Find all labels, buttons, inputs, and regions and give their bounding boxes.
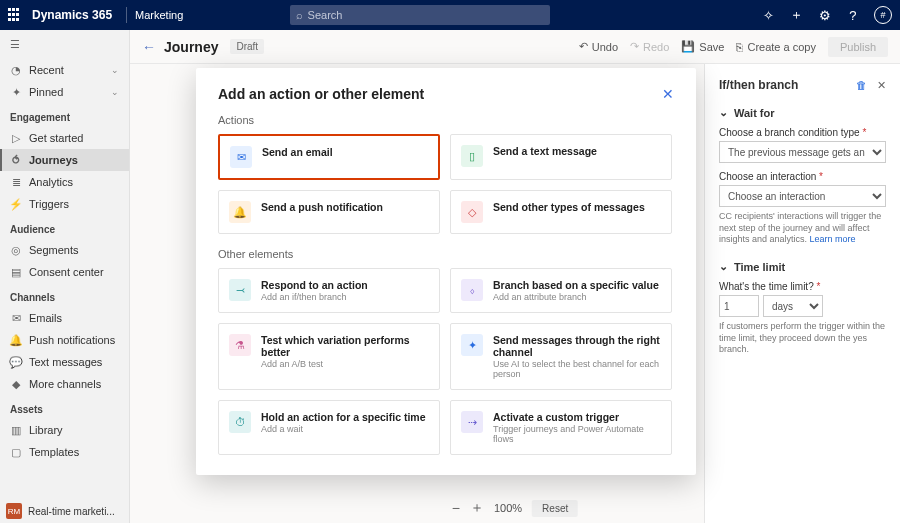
select-condition[interactable]: The previous message gets an interacti… [719,141,886,163]
back-button[interactable]: ← [142,39,156,55]
copy-button[interactable]: ⎘Create a copy [736,41,815,53]
plus-icon[interactable]: ＋ [790,8,804,22]
topbar-divider [126,7,127,23]
input-time-value[interactable] [719,295,759,317]
chevron-down-icon: ⌄ [719,106,728,119]
nav-label: More channels [29,378,101,390]
app-launcher-icon[interactable] [8,8,22,22]
nav-label: Library [29,424,63,436]
select-interaction[interactable]: Choose an interaction [719,185,886,207]
nav-pinned-label: Pinned [29,86,63,98]
gear-icon[interactable]: ⚙ [818,8,832,22]
learn-more-link[interactable]: Learn more [810,234,856,244]
card-subtitle: Add a wait [261,424,426,434]
product-name: Dynamics 365 [32,8,112,22]
nav-segments[interactable]: ◎Segments [0,239,129,261]
card-subtitle: Add an attribute branch [493,292,659,302]
phone-icon: ▯ [461,145,483,167]
element-branch-value[interactable]: ⬨ Branch based on a specific valueAdd an… [450,268,672,313]
label-condition: Choose a branch condition type * [719,127,886,138]
element-ab-test[interactable]: ⚗ Test which variation performs betterAd… [218,323,440,390]
action-send-text[interactable]: ▯ Send a text message [450,134,672,180]
card-title: Activate a custom trigger [493,411,661,423]
nav-label: Templates [29,446,79,458]
card-title: Send a text message [493,145,597,157]
undo-button[interactable]: ↶Undo [579,40,618,53]
hamburger-icon[interactable]: ☰ [0,30,129,59]
element-wait[interactable]: ⏱ Hold an action for a specific timeAdd … [218,400,440,455]
user-avatar[interactable]: # [874,6,892,24]
nav-templates[interactable]: ▢Templates [0,441,129,463]
nav-library[interactable]: ▥Library [0,419,129,441]
delete-icon[interactable]: 🗑 [856,79,867,92]
nav-label: Get started [29,132,83,144]
timer-icon: ⏱ [229,411,251,433]
save-button[interactable]: 💾Save [681,40,724,53]
section-wait-for[interactable]: ⌄Wait for [719,106,886,119]
element-respond-action[interactable]: ⤙ Respond to an actionAdd an if/then bra… [218,268,440,313]
nav-section-channels: Channels [0,283,129,307]
select-time-unit[interactable]: days [763,295,823,317]
help-text-time: If customers perform the trigger within … [719,321,886,356]
nav-recent[interactable]: ◔Recent⌄ [0,59,129,81]
nav-push[interactable]: 🔔Push notifications [0,329,129,351]
section-label: Wait for [734,107,775,119]
nav-consent[interactable]: ▤Consent center [0,261,129,283]
left-nav: ☰ ◔Recent⌄ ✦Pinned⌄ Engagement ▷Get star… [0,30,130,523]
topbar-actions: ✧ ＋ ⚙ ? # [762,6,892,24]
nav-pinned[interactable]: ✦Pinned⌄ [0,81,129,103]
nav-journeys[interactable]: ⥀Journeys [0,149,129,171]
action-send-other[interactable]: ◇ Send other types of messages [450,190,672,234]
panel-title: If/then branch [719,78,798,92]
nav-get-started[interactable]: ▷Get started [0,127,129,149]
copy-icon: ⎘ [736,41,743,53]
undo-label: Undo [592,41,618,53]
close-icon[interactable]: ✕ [877,79,886,92]
section-time-limit[interactable]: ⌄Time limit [719,260,886,273]
help-icon[interactable]: ? [846,8,860,22]
zoom-out-button[interactable]: − [452,500,460,516]
add-action-modal: Add an action or other element ✕ Actions… [196,68,696,475]
area-switcher[interactable]: RM Real-time marketi... [6,503,115,519]
copy-label: Create a copy [747,41,815,53]
card-subtitle: Add an A/B test [261,359,429,369]
attribute-icon: ⬨ [461,279,483,301]
undo-icon: ↶ [579,40,588,53]
redo-icon: ↷ [630,40,639,53]
card-title: Hold an action for a specific time [261,411,426,423]
element-right-channel[interactable]: ✦ Send messages through the right channe… [450,323,672,390]
nav-text[interactable]: 💬Text messages [0,351,129,373]
nav-more-channels[interactable]: ◆More channels [0,373,129,395]
nav-section-engagement: Engagement [0,103,129,127]
zoom-reset-button[interactable]: Reset [532,500,578,517]
redo-button[interactable]: ↷Redo [630,40,669,53]
status-badge: Draft [230,39,264,54]
element-custom-trigger[interactable]: ⇢ Activate a custom triggerTrigger journ… [450,400,672,455]
nav-label: Emails [29,312,62,324]
nav-emails[interactable]: ✉Emails [0,307,129,329]
publish-button[interactable]: Publish [828,37,888,57]
card-title: Send other types of messages [493,201,645,213]
modal-close-button[interactable]: ✕ [662,86,674,102]
nav-triggers[interactable]: ⚡Triggers [0,193,129,215]
card-title: Send a push notification [261,201,383,213]
card-title: Branch based on a specific value [493,279,659,291]
chart-icon: ≣ [10,176,22,188]
nav-analytics[interactable]: ≣Analytics [0,171,129,193]
global-search[interactable]: ⌕ Search [290,5,550,25]
journey-icon: ⥀ [10,154,22,166]
lightbulb-icon[interactable]: ✧ [762,8,776,22]
trigger-icon: ⇢ [461,411,483,433]
branch-icon: ⤙ [229,279,251,301]
nav-label: Analytics [29,176,73,188]
card-subtitle: Add an if/then branch [261,292,368,302]
template-icon: ▢ [10,446,22,458]
action-send-push[interactable]: 🔔 Send a push notification [218,190,440,234]
zoom-in-button[interactable]: ＋ [470,499,484,517]
chevron-down-icon: ⌄ [719,260,728,273]
nav-section-audience: Audience [0,215,129,239]
more-icon: ◆ [10,378,22,390]
action-send-email[interactable]: ✉ Send an email [218,134,440,180]
nav-label: Triggers [29,198,69,210]
ai-icon: ✦ [461,334,483,356]
